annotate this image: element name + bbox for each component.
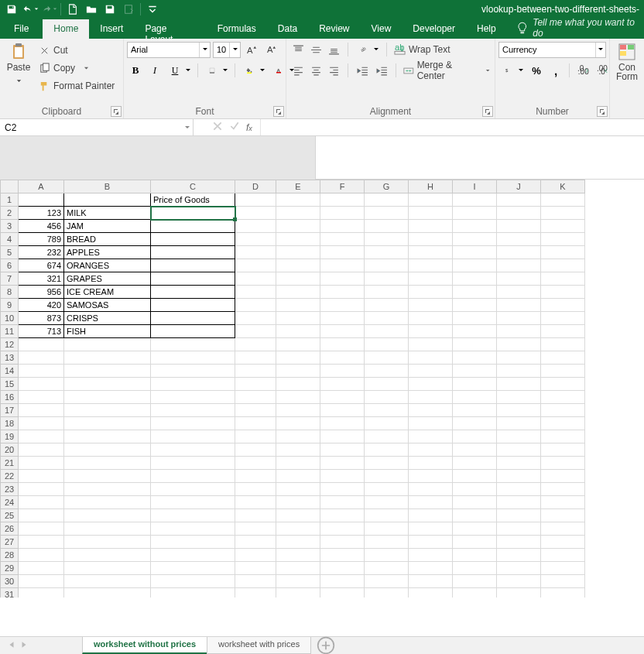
cell-C12[interactable] [151,338,235,351]
row-header-26[interactable]: 26 [1,522,19,536]
name-box-input[interactable] [0,122,181,133]
cell-K19[interactable] [541,430,585,443]
cell-D28[interactable] [235,549,276,562]
cell-I29[interactable] [453,562,497,575]
cell-A10[interactable]: 873 [19,312,64,325]
cell-F7[interactable] [320,272,365,286]
cell-E17[interactable] [276,404,320,417]
cell-A17[interactable] [19,404,64,417]
cell-E15[interactable] [276,378,320,391]
cell-G5[interactable] [365,246,409,259]
italic-button[interactable]: I [146,63,163,79]
column-header-I[interactable]: I [453,180,497,193]
cell-C6[interactable] [151,259,235,272]
font-size-combo[interactable] [213,42,241,58]
cell-J14[interactable] [497,365,541,378]
cell-J13[interactable] [497,351,541,365]
cell-B16[interactable] [64,391,151,404]
cell-F29[interactable] [320,562,365,575]
font-size-input[interactable] [214,45,229,54]
merge-center-button[interactable]: Merge & Center [402,63,492,78]
cell-H19[interactable] [409,430,453,443]
cell-A20[interactable] [19,443,64,457]
cell-E20[interactable] [276,443,320,457]
cell-D3[interactable] [235,220,276,233]
cell-H10[interactable] [409,312,453,325]
cell-G15[interactable] [365,378,409,391]
cell-I2[interactable] [453,207,497,220]
alignment-dialog-launcher[interactable] [482,106,493,117]
cell-H13[interactable] [409,351,453,365]
wrap-text-button[interactable]: abWrap Text [392,42,452,57]
cell-A14[interactable] [19,365,64,378]
cell-B7[interactable]: GRAPES [64,272,151,286]
cell-I19[interactable] [453,430,497,443]
decrease-indent-icon[interactable] [354,63,371,79]
cell-D27[interactable] [235,536,276,549]
cell-D6[interactable] [235,259,276,272]
cell-J12[interactable] [497,338,541,351]
quick-print-icon[interactable] [120,1,137,18]
cell-C23[interactable] [151,483,235,496]
cell-A9[interactable]: 420 [19,299,64,312]
cell-A25[interactable] [19,509,64,522]
cell-I12[interactable] [453,338,497,351]
cell-C16[interactable] [151,391,235,404]
cell-G7[interactable] [365,272,409,286]
cell-K2[interactable] [541,207,585,220]
font-name-combo[interactable] [127,42,211,58]
border-button[interactable] [203,63,230,79]
cell-F25[interactable] [320,509,365,522]
cell-I21[interactable] [453,457,497,470]
cell-A28[interactable] [19,549,64,562]
cell-I24[interactable] [453,496,497,509]
cell-G28[interactable] [365,549,409,562]
cell-H2[interactable] [409,207,453,220]
cell-C3[interactable] [151,220,235,233]
cell-K21[interactable] [541,457,585,470]
cell-B13[interactable] [64,351,151,365]
increase-font-icon[interactable]: A [243,42,260,58]
cell-D18[interactable] [235,417,276,430]
row-header-2[interactable]: 2 [1,207,19,220]
cell-B17[interactable] [64,404,151,417]
row-header-24[interactable]: 24 [1,496,19,509]
sheet-tab-active[interactable]: worksheet without prices [82,637,207,654]
cell-H18[interactable] [409,417,453,430]
cell-K10[interactable] [541,312,585,325]
cell-C2[interactable] [151,207,235,220]
column-header-A[interactable]: A [19,180,64,193]
cell-B6[interactable]: ORANGES [64,259,151,272]
row-header-20[interactable]: 20 [1,443,19,457]
align-middle-icon[interactable] [307,42,324,58]
cell-F23[interactable] [320,483,365,496]
cell-A18[interactable] [19,417,64,430]
cell-K27[interactable] [541,536,585,549]
cell-B18[interactable] [64,417,151,430]
cell-E29[interactable] [276,562,320,575]
tab-developer[interactable]: Developer [402,19,466,39]
cell-F15[interactable] [320,378,365,391]
cell-I30[interactable] [453,575,497,588]
cell-E18[interactable] [276,417,320,430]
cell-F18[interactable] [320,417,365,430]
row-header-22[interactable]: 22 [1,470,19,483]
chevron-down-icon[interactable] [595,43,605,57]
row-header-5[interactable]: 5 [1,246,19,259]
chevron-down-icon[interactable] [229,43,240,57]
cell-C20[interactable] [151,443,235,457]
cell-C26[interactable] [151,522,235,536]
cell-C22[interactable] [151,470,235,483]
cell-B3[interactable]: JAM [64,220,151,233]
cell-J20[interactable] [497,443,541,457]
cell-A29[interactable] [19,562,64,575]
cell-D4[interactable] [235,233,276,246]
cell-H1[interactable] [409,193,453,207]
cell-J23[interactable] [497,483,541,496]
cell-I26[interactable] [453,522,497,536]
tab-review[interactable]: Review [308,19,360,39]
font-dialog-launcher[interactable] [273,106,284,117]
cell-K23[interactable] [541,483,585,496]
cell-G8[interactable] [365,286,409,299]
cell-K20[interactable] [541,443,585,457]
